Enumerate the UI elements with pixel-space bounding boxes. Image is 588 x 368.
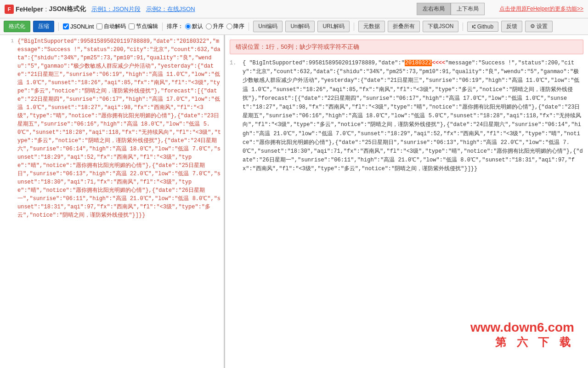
url-decode-button[interactable]: URL解码 [317, 21, 350, 32]
layout-buttons: 左右布局 上下布局 [417, 3, 485, 15]
left-panel[interactable]: 1 {"BigIntSupported":9958158950201197888… [0, 35, 225, 368]
watermark-url: www.down6.com [470, 320, 574, 335]
sort-group: 排序： 默认 升序 降序 [167, 23, 244, 30]
error-text: { "BigIntSupported":99581589502011978889… [243, 59, 583, 173]
error-content: 1. { "BigIntSupported":99581589502011978… [230, 59, 583, 173]
layout-top-bottom-button[interactable]: 上下布局 [451, 3, 485, 15]
error-highlight: 20180322 [405, 60, 432, 66]
line-number: 1 [2, 37, 14, 219]
main-area: 1 {"BigIntSupported":9958158950201197888… [0, 35, 588, 368]
error-banner: 错误位置：1行，50列；缺少字符或字符不正确 [230, 40, 583, 54]
auto-decode-checkbox[interactable]: 自动解码 [96, 23, 126, 30]
toolbar-divider-3 [249, 23, 249, 31]
example1-link[interactable]: 示例1：JSON片段 [91, 5, 141, 13]
format-button[interactable]: 格式化 [4, 21, 30, 32]
toolbar-divider-1 [58, 23, 59, 31]
example2-link[interactable]: 示例2：在线JSON [146, 5, 195, 13]
jsonlint-checkbox[interactable]: JSONLint [63, 23, 94, 30]
watermark: www.down6.com 第 六 下 载 [470, 320, 574, 350]
feedback-button[interactable]: 反馈 [501, 21, 522, 32]
logo-icon: F [5, 5, 14, 14]
watermark-cn: 第 六 下 载 [470, 335, 574, 350]
fold-all-button[interactable]: 折叠所有 [388, 21, 420, 32]
toolbar-divider-2 [162, 23, 163, 31]
error-line: 1. { "BigIntSupported":99581589502011978… [230, 59, 583, 173]
uni-decode-button[interactable]: Uni解码 [285, 21, 315, 32]
app-name: JSON格式化 [49, 5, 86, 13]
sort-desc[interactable]: 降序 [226, 23, 244, 30]
logo: F FeHelper : JSON格式化 [5, 5, 86, 14]
right-panel[interactable]: 错误位置：1行，50列；缺少字符或字符不正确 1. { "BigIntSuppo… [225, 35, 588, 368]
github-icon: ⑆ [472, 23, 475, 30]
header-separator: : [45, 6, 47, 13]
meta-data-button[interactable]: 元数据 [358, 21, 385, 32]
sort-label: 排序： [167, 23, 183, 30]
more-features-link[interactable]: 点击使用原FeHelper的更多功能>> [499, 5, 583, 13]
header: F FeHelper : JSON格式化 示例1：JSON片段 示例2：在线JS… [0, 0, 588, 18]
settings-button[interactable]: ⚙ 设置 [525, 21, 553, 32]
sort-default[interactable]: 默认 [185, 23, 203, 30]
gear-icon: ⚙ [530, 23, 535, 29]
error-line-number: 1. [230, 59, 239, 173]
code-content: {"BigIntSupported":995815895020119788889… [17, 37, 221, 219]
code-line-1: 1 {"BigIntSupported":9958158950201197888… [0, 37, 224, 219]
toolbar-divider-4 [354, 23, 354, 31]
node-edit-checkbox[interactable]: 节点编辑 [129, 23, 158, 30]
github-button[interactable]: ⑆ Github [467, 22, 498, 32]
layout-left-right-button[interactable]: 左右布局 [417, 3, 451, 15]
download-json-button[interactable]: 下载JSON [423, 21, 458, 32]
toolbar-divider-5 [463, 23, 463, 31]
error-arrows: <<<< [432, 60, 445, 66]
compress-button[interactable]: 压缩 [33, 21, 54, 32]
sort-asc[interactable]: 升序 [206, 23, 224, 30]
toolbar: 格式化 压缩 JSONLint 自动解码 节点编辑 排序： 默认 升序 降序 U… [0, 18, 588, 35]
logo-text: FeHelper [16, 6, 43, 13]
sort-radio-group: 默认 升序 降序 [185, 23, 244, 30]
uni-encode-button[interactable]: Uni编码 [253, 21, 283, 32]
error-message: 错误位置：1行，50列；缺少字符或字符不正确 [236, 43, 359, 50]
